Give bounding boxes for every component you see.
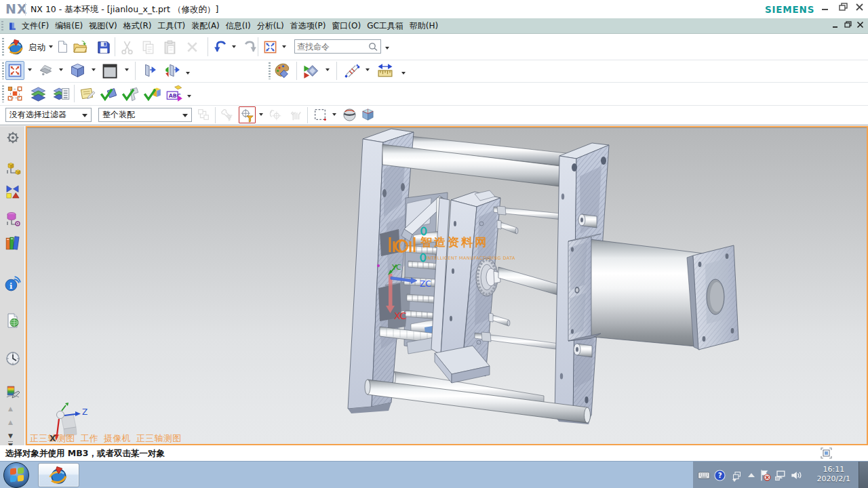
move-component-button[interactable] (5, 84, 24, 103)
part-navigator-icon[interactable] (4, 210, 21, 227)
cube-style-button[interactable] (359, 106, 376, 123)
toolbar-gripper3[interactable] (269, 62, 271, 79)
sidebar-scroll-up-icon[interactable]: ▲ (8, 405, 13, 412)
delete-button[interactable] (182, 37, 201, 56)
sidebar-scroll-up2-icon[interactable]: ▲ (8, 419, 13, 426)
start-button[interactable] (3, 462, 29, 488)
keyboard-icon[interactable] (697, 468, 711, 482)
show-desktop-button[interactable] (859, 462, 868, 488)
navigate-dropdown-arrow[interactable] (326, 68, 330, 71)
edit-text-button[interactable] (164, 84, 183, 103)
internet-explorer-icon[interactable] (4, 275, 21, 292)
restore-window-icon[interactable] (730, 468, 743, 482)
menu-gripper[interactable] (1, 21, 3, 31)
undo-dropdown-arrow[interactable] (232, 45, 236, 48)
toolbar-gripper4[interactable] (2, 85, 4, 102)
note-button[interactable] (77, 84, 96, 103)
paste-button[interactable] (160, 37, 179, 56)
scope-combo[interactable]: 整个装配 (98, 108, 192, 122)
cad-model-3d[interactable]: YC ZC XC Z (27, 127, 867, 444)
filter-wrench-button[interactable] (220, 106, 236, 123)
navigate-diamond-button[interactable] (301, 61, 320, 80)
nx-app-icon[interactable] (6, 37, 25, 56)
orient-view-button[interactable] (36, 61, 55, 80)
shaded-style-button[interactable] (100, 61, 119, 80)
start-dropdown-arrow[interactable] (49, 45, 53, 48)
fit-view-button[interactable] (5, 61, 24, 80)
menu-window[interactable]: 窗口(O) (329, 20, 363, 32)
wrench-dropdown-arrow[interactable] (259, 113, 263, 116)
reuse-library-icon[interactable] (4, 235, 21, 251)
check-tool-button[interactable] (121, 84, 140, 103)
assembly-navigator-icon[interactable] (4, 161, 21, 178)
ruler-dropdown-arrow[interactable] (401, 72, 406, 75)
menu-tools[interactable]: 工具(T) (155, 20, 189, 32)
menu-assembly[interactable]: 装配(A) (189, 20, 222, 32)
start-menu-button[interactable]: 启动 (28, 42, 45, 54)
clip-section-button[interactable] (140, 61, 159, 80)
layer-settings-button[interactable] (28, 84, 47, 103)
fit-dropdown-arrow[interactable] (28, 68, 32, 71)
orient-dropdown-arrow[interactable] (59, 68, 63, 71)
sphere-style-button[interactable] (341, 106, 357, 123)
volume-icon[interactable] (789, 468, 803, 482)
search-dropdown-arrow[interactable] (385, 47, 389, 49)
menu-help[interactable]: 帮助(H) (407, 20, 441, 32)
close-button[interactable] (853, 3, 865, 15)
selrect-dropdown-arrow[interactable] (332, 113, 336, 116)
select-rect-button[interactable] (312, 106, 328, 123)
toolbar-gripper[interactable] (2, 38, 4, 56)
menu-file[interactable]: 文件(F) (19, 20, 52, 32)
graphics-viewport[interactable]: YC ZC XC Z (26, 126, 868, 445)
help-icon[interactable] (713, 468, 726, 482)
nx-taskbar-button[interactable] (38, 463, 79, 487)
restore-button[interactable] (837, 3, 849, 15)
filter-wrench-selected-button[interactable] (239, 106, 256, 123)
drag-hand-button[interactable] (288, 106, 304, 123)
find-command-input[interactable] (297, 41, 365, 52)
cut-button[interactable] (117, 37, 136, 56)
snap-measure-button[interactable] (342, 61, 361, 80)
menu-close-button[interactable] (854, 21, 865, 32)
minimize-button[interactable] (819, 3, 831, 15)
save-button[interactable] (94, 37, 112, 56)
show-hidden-icon[interactable] (745, 468, 758, 482)
menu-edit[interactable]: 编辑(E) (52, 20, 85, 32)
network-icon[interactable] (774, 468, 787, 482)
menu-format[interactable]: 格式(R) (121, 20, 155, 32)
copy-button[interactable] (138, 37, 157, 56)
roles-gear-icon[interactable] (4, 129, 21, 146)
menu-analysis[interactable]: 分析(L) (254, 20, 287, 32)
menu-view[interactable]: 视图(V) (86, 20, 120, 32)
taskbar-clock[interactable]: 16:11 2020/2/1 (817, 465, 850, 484)
new-file-button[interactable] (54, 37, 71, 56)
menu-preferences[interactable]: 首选项(P) (288, 20, 329, 32)
touch-dropdown-arrow[interactable] (282, 45, 286, 48)
text-dropdown-arrow[interactable] (187, 95, 191, 98)
history-clock-icon[interactable] (4, 350, 21, 367)
layer-category-button[interactable] (52, 84, 71, 103)
rotate-ref-button[interactable] (267, 106, 283, 123)
toolbar-gripper2[interactable] (2, 62, 4, 79)
constraint-navigator-icon[interactable] (4, 183, 21, 200)
open-file-button[interactable] (71, 37, 89, 56)
check-solid-button[interactable] (142, 84, 161, 103)
menu-info[interactable]: 信息(I) (223, 20, 254, 32)
shade-dropdown-arrow[interactable] (125, 68, 129, 71)
isometric-view-button[interactable] (68, 61, 87, 80)
model-left-plate[interactable] (348, 129, 414, 413)
touch-mode-button[interactable] (261, 38, 279, 56)
nx-window-icon[interactable] (7, 21, 18, 31)
search-icon[interactable] (368, 41, 378, 52)
selection-filter-combo[interactable]: 没有选择过滤器 (5, 108, 92, 122)
status-select-icon[interactable] (821, 447, 832, 459)
roles-palette-icon[interactable] (4, 384, 21, 401)
menu-gc-toolbox[interactable]: GC工具箱 (364, 20, 406, 32)
section-dropdown-arrow[interactable] (186, 72, 190, 75)
ruler-measure-button[interactable] (376, 61, 395, 80)
role-palette-button[interactable] (273, 61, 292, 80)
undo-button[interactable] (211, 37, 230, 56)
redo-button[interactable] (240, 37, 259, 56)
isometric-dropdown-arrow[interactable] (92, 68, 96, 71)
menu-restore-button[interactable] (842, 21, 853, 32)
